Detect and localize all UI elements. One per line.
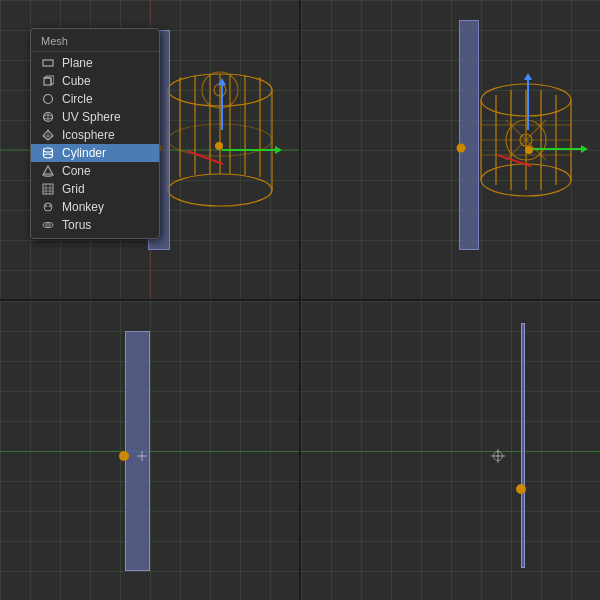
svg-point-37 xyxy=(45,205,47,207)
viewport-top-right[interactable] xyxy=(301,0,600,299)
origin-topright xyxy=(525,146,533,154)
grid-icon xyxy=(41,182,55,196)
svg-rect-31 xyxy=(43,184,53,194)
uvsphere-icon xyxy=(41,110,55,124)
menu-item-torus[interactable]: Torus xyxy=(31,216,159,234)
icosphere-icon xyxy=(41,128,55,142)
svg-point-38 xyxy=(49,205,51,207)
menu-item-icosphere[interactable]: Icosphere xyxy=(31,126,159,144)
menu-item-circle[interactable]: Circle xyxy=(31,90,159,108)
menu-item-monkey[interactable]: Monkey xyxy=(31,198,159,216)
mesh-menu-title: Mesh xyxy=(31,33,159,52)
menu-item-cube[interactable]: Cube xyxy=(31,72,159,90)
menu-item-uvsphere[interactable]: UV Sphere xyxy=(31,108,159,126)
cylinder-icon xyxy=(41,146,55,160)
crosshair-bottomright xyxy=(491,449,505,463)
plane-bottomright-edge xyxy=(521,323,525,568)
cube-icon xyxy=(41,74,55,88)
viewport-bottom-right[interactable] xyxy=(301,301,600,600)
svg-rect-14 xyxy=(43,60,53,66)
menu-item-cone[interactable]: Cone xyxy=(31,162,159,180)
menu-item-plane[interactable]: Plane xyxy=(31,54,159,72)
cylinder-wireframe-topright xyxy=(441,70,591,210)
monkey-icon xyxy=(41,200,55,214)
menu-item-grid[interactable]: Grid xyxy=(31,180,159,198)
svg-point-26 xyxy=(44,154,53,158)
handle-dot-topright xyxy=(457,144,466,153)
main-layout: Mesh Plane Cube C xyxy=(0,0,600,600)
viewport-bottom-left[interactable] xyxy=(0,301,299,600)
svg-rect-15 xyxy=(44,78,51,85)
viewport-top-left[interactable]: Mesh Plane Cube C xyxy=(0,0,299,299)
circle-icon xyxy=(41,92,55,106)
mesh-menu[interactable]: Mesh Plane Cube C xyxy=(30,28,160,239)
handle-plane-bottom xyxy=(119,451,129,461)
svg-point-25 xyxy=(44,148,53,152)
svg-point-40 xyxy=(46,224,51,226)
handle-plane-bottomright xyxy=(516,484,526,494)
cone-icon xyxy=(41,164,55,178)
crosshair-bottomleft xyxy=(137,451,147,461)
svg-point-18 xyxy=(44,95,53,104)
menu-item-cylinder[interactable]: Cylinder xyxy=(31,144,159,162)
svg-point-1 xyxy=(168,174,272,206)
plane-icon xyxy=(41,56,55,70)
torus-icon xyxy=(41,218,55,232)
viewport-grid: Mesh Plane Cube C xyxy=(0,0,600,600)
